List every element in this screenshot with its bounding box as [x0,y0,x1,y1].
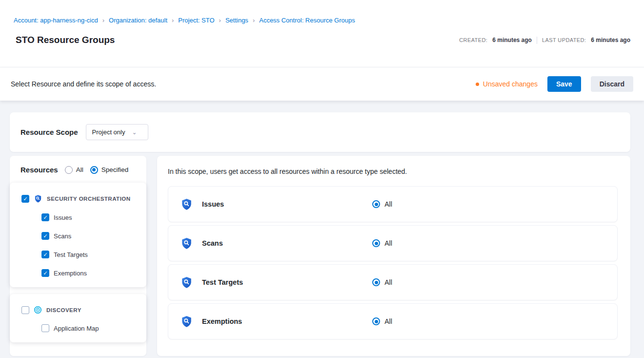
chevron-right-icon: › [172,17,174,24]
resource-scope-selected-value: Project only [92,128,125,136]
sto-shield-icon [180,237,193,250]
scope-description: Select Resource and define its scope of … [11,80,156,88]
last-updated-label: LAST UPDATED: [542,37,586,43]
chevron-right-icon: › [253,17,255,24]
access-option-all[interactable]: All [372,200,392,208]
resource-scope-select[interactable]: Project only ⌄ [86,124,148,140]
resource-item-application-map[interactable]: Application Map [10,319,146,337]
group-security-label: SECURITY ORCHESTRATION [47,196,131,202]
unsaved-changes-label: Unsaved changes [483,80,538,88]
row-label-exemptions: Exemptions [202,317,242,325]
timestamps: CREATED: 6 minutes ago LAST UPDATED: 6 m… [459,37,630,44]
radio-specified-icon[interactable] [90,166,98,174]
group-discovery: DISCOVERY Application Map [10,294,146,342]
radio-all-label: All [76,166,83,173]
sto-shield-icon [180,276,193,289]
radio-all-icon[interactable] [372,317,380,325]
group-security-checkbox[interactable] [21,195,29,203]
resource-item-test-targets[interactable]: Test Targets [10,245,146,264]
content-area: Resource Scope Project only ⌄ Resources … [0,101,644,356]
resources-panel: Resources All Specified [10,156,146,356]
sto-shield-icon [34,194,42,203]
sto-shield-icon [180,315,193,328]
created-value: 6 minutes ago [492,37,532,43]
sto-shield-icon [180,198,193,211]
group-security-orchestration: SECURITY ORCHESTRATION Issues Scans Test… [10,183,146,287]
discovery-target-icon [34,306,42,314]
resource-row-test-targets: Test Targets All [168,264,618,300]
breadcrumb-access-control[interactable]: Access Control: Resource Groups [259,17,355,24]
access-all-label: All [384,278,392,286]
access-all-label: All [384,317,392,325]
resource-scope-label: Resource Scope [20,128,78,136]
breadcrumb-account[interactable]: Account: app-harness-ng-cicd [14,17,98,24]
radio-specified-label: Specified [101,166,129,173]
exemptions-label: Exemptions [54,270,87,277]
chevron-right-icon: › [102,17,104,24]
breadcrumb: Account: app-harness-ng-cicd › Organizat… [14,17,630,24]
access-option-all[interactable]: All [372,317,392,325]
group-discovery-label: DISCOVERY [46,307,81,313]
resource-item-scans[interactable]: Scans [10,227,146,245]
access-option-all[interactable]: All [372,239,392,247]
resource-access-panel: In this scope, users get access to all r… [157,156,630,356]
page-header: Account: app-harness-ng-cicd › Organizat… [0,0,644,67]
breadcrumb-organization[interactable]: Organization: default [109,17,167,24]
resource-row-issues: Issues All [168,186,618,222]
save-button[interactable]: Save [547,76,581,92]
radio-all[interactable]: All [65,166,83,174]
test-targets-label: Test Targets [54,251,88,258]
radio-all-icon[interactable] [372,278,380,286]
issues-checkbox[interactable] [41,213,49,221]
radio-specified[interactable]: Specified [90,166,129,174]
resource-row-scans: Scans All [168,225,618,261]
access-option-all[interactable]: All [372,278,392,286]
application-map-label: Application Map [54,325,99,332]
created-label: CREATED: [459,37,487,43]
resource-item-issues[interactable]: Issues [10,208,146,227]
action-bar: Select Resource and define its scope of … [0,67,644,101]
chevron-right-icon: › [219,17,221,24]
test-targets-checkbox[interactable] [41,251,49,258]
radio-all-icon[interactable] [65,166,73,174]
radio-all-icon[interactable] [372,239,380,247]
radio-all-icon[interactable] [372,200,380,208]
last-updated-value: 6 minutes ago [591,37,630,43]
scope-note: In this scope, users get access to all r… [168,168,618,175]
scans-checkbox[interactable] [41,232,49,240]
exemptions-checkbox[interactable] [41,269,49,277]
divider [537,37,537,44]
breadcrumb-project[interactable]: Project: STO [178,17,214,24]
resource-item-exemptions[interactable]: Exemptions [10,264,146,282]
group-discovery-checkbox[interactable] [21,306,29,314]
access-all-label: All [384,200,392,208]
page-title: STO Resource Groups [16,35,115,45]
unsaved-dot-icon [476,83,479,86]
breadcrumb-settings[interactable]: Settings [225,17,248,24]
issues-label: Issues [54,214,72,221]
discard-button[interactable]: Discard [591,76,633,92]
row-label-scans: Scans [202,239,223,247]
resources-title: Resources [20,166,58,174]
access-all-label: All [384,239,392,247]
chevron-down-icon: ⌄ [132,129,137,135]
unsaved-changes-indicator: Unsaved changes [476,80,538,88]
resource-row-exemptions: Exemptions All [168,303,618,339]
row-label-issues: Issues [202,200,224,208]
scans-label: Scans [54,232,71,240]
resource-scope-card: Resource Scope Project only ⌄ [10,112,630,152]
application-map-checkbox[interactable] [41,324,49,332]
row-label-test-targets: Test Targets [202,278,243,286]
